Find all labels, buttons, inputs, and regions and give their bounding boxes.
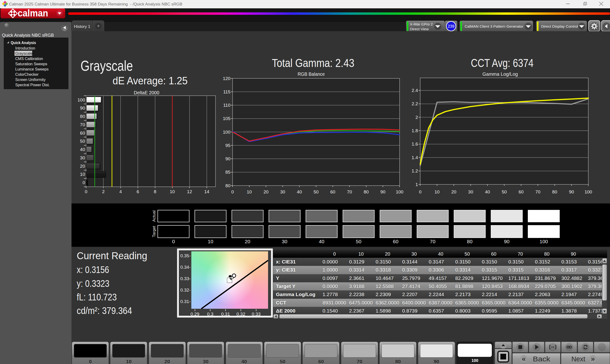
svg-text:70: 70 (347, 189, 352, 195)
svg-text:10: 10 (170, 189, 175, 194)
svg-text:History 1: History 1 (74, 24, 90, 29)
svg-text:100: 100 (78, 97, 85, 103)
svg-text:100: 100 (223, 130, 230, 135)
svg-text:0.33: 0.33 (252, 312, 261, 317)
svg-text:12: 12 (187, 189, 192, 194)
svg-text:100: 100 (396, 189, 403, 195)
svg-text:90: 90 (569, 189, 574, 195)
svg-text:60: 60 (330, 189, 335, 195)
svg-text:60: 60 (80, 130, 85, 136)
svg-text:RGB Balance: RGB Balance (298, 71, 325, 77)
svg-text:6: 6 (137, 189, 139, 194)
svg-text:Luminance Sweeps: Luminance Sweeps (15, 67, 49, 71)
svg-text:1.6: 1.6 (412, 142, 418, 146)
svg-text:Quick Analysis: Quick Analysis (11, 41, 36, 45)
svg-text:1.2: 1.2 (412, 169, 418, 173)
svg-text:10: 10 (208, 239, 213, 244)
svg-text:14: 14 (204, 189, 209, 194)
svg-text:Grayscale: Grayscale (80, 57, 133, 74)
svg-text:80: 80 (225, 183, 230, 188)
svg-text:0.34-: 0.34- (180, 265, 191, 270)
svg-text:30: 30 (80, 155, 85, 160)
svg-text:Saturation Sweeps: Saturation Sweeps (15, 62, 47, 66)
svg-text:239: 239 (448, 24, 454, 28)
svg-text:0: 0 (82, 180, 85, 185)
svg-text:40: 40 (485, 189, 490, 195)
svg-text:60: 60 (393, 239, 398, 244)
svg-text:Direct View: Direct View (410, 27, 429, 31)
svg-text:20: 20 (263, 189, 269, 195)
svg-text:0.29: 0.29 (191, 312, 199, 317)
svg-text:80: 80 (552, 189, 557, 195)
svg-text:0.32: 0.32 (236, 312, 245, 317)
svg-text:Next: Next (571, 355, 585, 363)
svg-text:120: 120 (223, 76, 230, 81)
svg-text:Total Gamma: 2.43: Total Gamma: 2.43 (272, 57, 354, 69)
svg-text:CMS Calibration: CMS Calibration (15, 57, 43, 61)
svg-text:ColorChecker: ColorChecker (15, 72, 39, 77)
svg-text:90: 90 (225, 156, 230, 161)
svg-text:dE Average: 1.25: dE Average: 1.25 (113, 75, 188, 87)
svg-text:90: 90 (80, 105, 85, 111)
svg-text:fL: 110.723: fL: 110.723 (77, 292, 117, 302)
svg-text:70: 70 (535, 189, 540, 195)
svg-text:0: 0 (85, 189, 88, 194)
svg-text:0.32-: 0.32- (180, 287, 191, 293)
svg-text:Gamma Log/Log: Gamma Log/Log (482, 71, 518, 77)
svg-text:0.33-: 0.33- (180, 276, 191, 281)
svg-text:CalMAN Client 3 Pattern Genera: CalMAN Client 3 Pattern Generator (465, 24, 523, 28)
svg-text:X-Rite i1Pro 2: X-Rite i1Pro 2 (410, 22, 433, 26)
svg-text:Grayscale: Grayscale (15, 52, 32, 55)
svg-text:80: 80 (363, 189, 369, 195)
svg-text:0.35-: 0.35- (180, 253, 191, 258)
svg-text:«: « (522, 355, 526, 363)
svg-text:2: 2 (102, 189, 104, 194)
svg-text:»: » (591, 355, 595, 363)
svg-text:Direct Display Control: Direct Display Control (541, 24, 578, 28)
svg-text:0.31: 0.31 (221, 312, 230, 317)
svg-text:10: 10 (434, 189, 439, 195)
svg-text:50: 50 (502, 189, 507, 195)
svg-text:0.3: 0.3 (207, 312, 213, 317)
svg-text:80: 80 (467, 239, 472, 244)
svg-text:20: 20 (245, 239, 250, 244)
svg-text:90: 90 (504, 239, 509, 244)
svg-text:Introduction: Introduction (15, 46, 35, 50)
svg-text:1.4: 1.4 (412, 155, 418, 160)
svg-text:2.2: 2.2 (412, 101, 418, 106)
svg-text:0: 0 (231, 189, 234, 195)
svg-text:Current Reading: Current Reading (77, 250, 147, 261)
svg-text:1: 1 (415, 182, 418, 187)
svg-text:Actual: Actual (152, 210, 156, 221)
svg-text:105: 105 (223, 116, 230, 121)
svg-text:30: 30 (468, 189, 473, 195)
svg-text:y: 0.3323: y: 0.3323 (77, 278, 109, 289)
svg-text:30: 30 (280, 189, 285, 195)
svg-text:0.31-: 0.31- (180, 299, 191, 304)
svg-text:cd/m²: 379.364: cd/m²: 379.364 (77, 305, 132, 316)
svg-text:80: 80 (80, 114, 85, 119)
svg-text:2: 2 (415, 115, 418, 120)
svg-text:110: 110 (223, 103, 230, 108)
svg-text:Target: Target (152, 226, 156, 237)
svg-text:90: 90 (380, 189, 385, 195)
svg-text:50: 50 (313, 189, 319, 195)
svg-text:50: 50 (356, 239, 361, 244)
svg-text:30: 30 (282, 239, 287, 244)
svg-text:0: 0 (419, 189, 422, 195)
svg-text:10: 10 (80, 172, 85, 177)
svg-text:20: 20 (80, 164, 85, 169)
svg-text:2.4: 2.4 (412, 88, 418, 93)
svg-text:50: 50 (80, 139, 85, 144)
svg-text:95: 95 (225, 143, 230, 148)
svg-text:40: 40 (80, 147, 85, 152)
svg-text:Screen Uniformity: Screen Uniformity (15, 78, 46, 82)
svg-text:10: 10 (247, 189, 252, 195)
svg-text:1.8: 1.8 (412, 128, 418, 133)
svg-text:60: 60 (519, 189, 523, 195)
svg-text:100: 100 (539, 239, 548, 244)
svg-text:Back: Back (533, 355, 550, 363)
svg-text:85: 85 (225, 169, 230, 175)
svg-text:40: 40 (297, 189, 302, 195)
svg-text:20: 20 (451, 189, 456, 195)
